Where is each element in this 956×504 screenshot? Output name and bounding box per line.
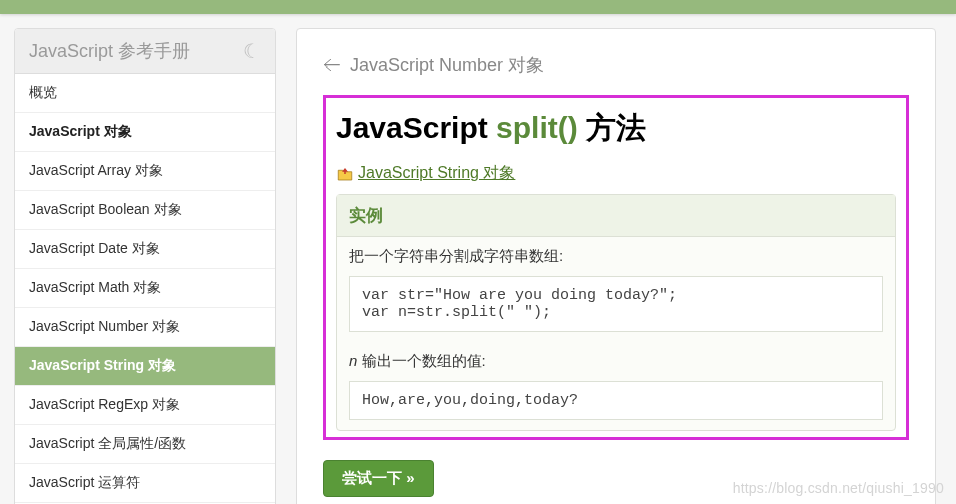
desc2-rest: 输出一个数组的值: bbox=[357, 352, 485, 369]
try-button[interactable]: 尝试一下 » bbox=[323, 460, 434, 497]
sidebar-section-heading: JavaScript 对象 bbox=[15, 113, 275, 152]
sidebar-item-array[interactable]: JavaScript Array 对象 bbox=[15, 152, 275, 191]
highlight-box: JavaScript split() 方法 JavaScript String … bbox=[323, 95, 909, 440]
parent-link-text[interactable]: JavaScript String 对象 bbox=[358, 163, 515, 184]
sidebar-item-regexp[interactable]: JavaScript RegExp 对象 bbox=[15, 386, 275, 425]
arrow-left-icon: 🡠 bbox=[323, 55, 341, 75]
sidebar: JavaScript 参考手册 ☾ 概览 JavaScript 对象 JavaS… bbox=[14, 28, 276, 504]
example-box: 实例 把一个字符串分割成字符串数组: var str="How are you … bbox=[336, 194, 896, 431]
watermark: https://blog.csdn.net/qiushi_1990 bbox=[733, 480, 944, 496]
sidebar-item-math[interactable]: JavaScript Math 对象 bbox=[15, 269, 275, 308]
top-bar bbox=[0, 0, 956, 14]
sidebar-header: JavaScript 参考手册 ☾ bbox=[15, 29, 275, 74]
sidebar-item-operators[interactable]: JavaScript 运算符 bbox=[15, 464, 275, 503]
code-block-1: var str="How are you doing today?"; var … bbox=[349, 276, 883, 332]
title-method: split() bbox=[496, 111, 578, 144]
sidebar-item-date[interactable]: JavaScript Date 对象 bbox=[15, 230, 275, 269]
example-desc-2: n 输出一个数组的值: bbox=[337, 342, 895, 377]
sidebar-item-globals[interactable]: JavaScript 全局属性/函数 bbox=[15, 425, 275, 464]
page-title: JavaScript split() 方法 bbox=[336, 108, 896, 149]
sidebar-item-boolean[interactable]: JavaScript Boolean 对象 bbox=[15, 191, 275, 230]
folder-up-icon bbox=[336, 165, 354, 183]
sidebar-item-string[interactable]: JavaScript String 对象 bbox=[15, 347, 275, 386]
breadcrumb[interactable]: 🡠 JavaScript Number 对象 bbox=[323, 53, 909, 77]
sidebar-item-overview[interactable]: 概览 bbox=[15, 74, 275, 113]
moon-icon[interactable]: ☾ bbox=[243, 39, 261, 63]
sidebar-item-number[interactable]: JavaScript Number 对象 bbox=[15, 308, 275, 347]
title-suffix: 方法 bbox=[586, 111, 646, 144]
sidebar-title: JavaScript 参考手册 bbox=[29, 39, 190, 63]
breadcrumb-label: JavaScript Number 对象 bbox=[350, 55, 544, 75]
parent-link[interactable]: JavaScript String 对象 bbox=[336, 163, 896, 184]
example-desc-1: 把一个字符串分割成字符串数组: bbox=[337, 237, 895, 272]
example-header: 实例 bbox=[337, 195, 895, 237]
main-content: 🡠 JavaScript Number 对象 JavaScript split(… bbox=[296, 28, 936, 504]
code-block-2: How,are,you,doing,today? bbox=[349, 381, 883, 420]
title-prefix: JavaScript bbox=[336, 111, 488, 144]
